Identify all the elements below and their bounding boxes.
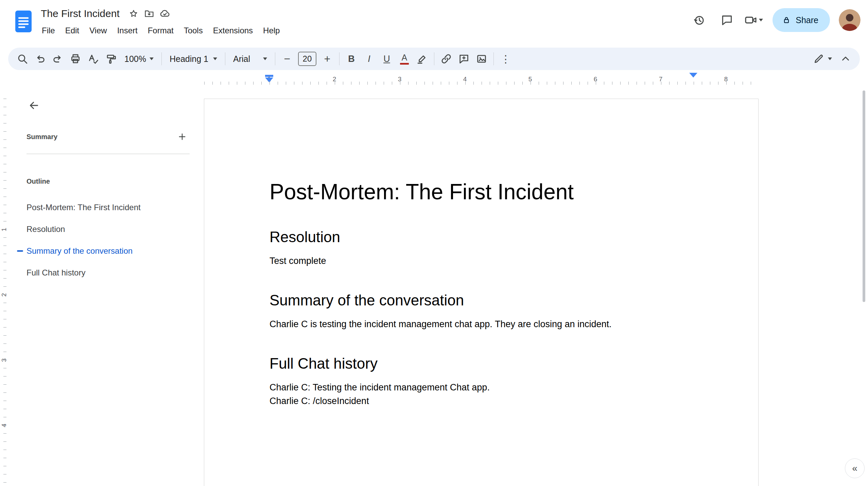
editing-mode-caret-icon: [828, 57, 832, 60]
link-icon: [440, 53, 452, 65]
account-avatar[interactable]: [839, 9, 861, 31]
menu-extensions[interactable]: Extensions: [208, 23, 258, 38]
side-panel-toggle-button[interactable]: «: [845, 458, 865, 478]
text-color-button[interactable]: A: [396, 50, 413, 68]
insert-image-button[interactable]: [473, 50, 490, 68]
move-to-folder-button[interactable]: [141, 6, 157, 21]
comment-icon: [721, 14, 733, 27]
paint-format-icon: [105, 53, 117, 65]
menu-tools[interactable]: Tools: [179, 23, 208, 38]
outline-item[interactable]: Post-Mortem: The First Incident: [0, 197, 198, 218]
outline-item[interactable]: Full Chat history: [0, 262, 198, 284]
star-button[interactable]: [126, 6, 141, 21]
ruler-label: 4: [463, 76, 467, 83]
summary-divider: [27, 154, 190, 154]
doc-paragraph[interactable]: Test complete: [270, 254, 693, 268]
ruler-label: 3: [398, 76, 402, 83]
menu-format[interactable]: Format: [143, 23, 179, 38]
document-content[interactable]: Post-Mortem: The First Incident Resoluti…: [204, 99, 758, 408]
toolbar-divider: [275, 52, 275, 65]
docs-icon: [15, 10, 32, 33]
active-dash-icon: [17, 250, 23, 252]
doc-paragraph[interactable]: Charlie C is testing the incident manage…: [270, 317, 693, 331]
font-family-select[interactable]: Arial: [228, 50, 272, 68]
decrease-font-size-button[interactable]: −: [278, 50, 296, 68]
add-summary-button[interactable]: [175, 129, 190, 144]
editing-mode-select[interactable]: [808, 50, 837, 68]
doc-heading-1[interactable]: Post-Mortem: The First Incident: [270, 179, 693, 204]
comments-button[interactable]: [716, 9, 738, 31]
italic-icon: I: [368, 54, 370, 64]
undo-button[interactable]: [31, 50, 49, 68]
ruler-label: 8: [724, 76, 728, 83]
menu-insert[interactable]: Insert: [112, 23, 143, 38]
outline-item-label: Post-Mortem: The First Incident: [27, 203, 141, 212]
spellcheck-icon: [87, 53, 99, 65]
google-docs-logo[interactable]: [15, 10, 32, 33]
zoom-select[interactable]: 100%: [120, 50, 158, 68]
bold-button[interactable]: B: [343, 50, 360, 68]
document-title[interactable]: The First Incident: [41, 8, 120, 19]
increase-font-size-button[interactable]: +: [318, 50, 336, 68]
zoom-caret-icon: [150, 57, 154, 60]
share-button[interactable]: Share: [772, 8, 830, 32]
document-status-button[interactable]: [157, 6, 173, 21]
search-menus-button[interactable]: [14, 50, 31, 68]
left-indent-triangle-icon: [265, 78, 273, 82]
videocam-icon: [744, 13, 758, 27]
underline-button[interactable]: U: [378, 50, 396, 68]
first-line-indent-marker[interactable]: [265, 75, 273, 77]
version-history-button[interactable]: [688, 9, 710, 31]
outline-item-active[interactable]: Summary of the conversation: [0, 240, 198, 262]
app-header: The First Incident File Edit View Insert…: [0, 0, 868, 45]
print-button[interactable]: [67, 50, 84, 68]
left-indent-marker[interactable]: [261, 75, 277, 82]
horizontal-ruler[interactable]: 1 2 3 4 5 6 7 8: [0, 74, 868, 87]
more-tools-button[interactable]: ⋮: [497, 50, 515, 68]
title-area: The First Incident: [41, 5, 173, 22]
outline-item[interactable]: Resolution: [0, 218, 198, 240]
print-icon: [70, 53, 81, 65]
spelling-grammar-button[interactable]: [84, 50, 102, 68]
doc-paragraph[interactable]: Charlie C: Testing the incident manageme…: [270, 381, 693, 394]
highlight-color-button[interactable]: [413, 50, 431, 68]
toolbar-divider: [339, 52, 340, 65]
font-size-input[interactable]: 20: [298, 52, 316, 66]
add-comment-button[interactable]: [455, 50, 473, 68]
paint-format-button[interactable]: [102, 50, 120, 68]
outline-list: Post-Mortem: The First Incident Resoluti…: [0, 197, 198, 284]
vertical-ruler[interactable]: 1 2 3 4: [0, 87, 9, 486]
document-page[interactable]: Post-Mortem: The First Incident Resoluti…: [204, 99, 759, 486]
menu-bar: File Edit View Insert Format Tools Exten…: [37, 23, 285, 38]
toolbar-divider: [493, 52, 494, 65]
doc-heading-chat-history[interactable]: Full Chat history: [270, 355, 693, 372]
doc-heading-resolution[interactable]: Resolution: [270, 228, 693, 246]
text-color-icon: A: [400, 53, 409, 65]
redo-button[interactable]: [49, 50, 67, 68]
zoom-value: 100%: [124, 54, 146, 64]
undo-icon: [34, 53, 46, 65]
toolbar-divider: [225, 52, 225, 65]
vertical-scrollbar[interactable]: [863, 90, 865, 302]
menu-edit[interactable]: Edit: [60, 23, 84, 38]
doc-paragraph[interactable]: Charlie C: /closeIncident: [270, 394, 693, 408]
toolbar-divider: [161, 52, 162, 65]
font-caret-icon: [263, 57, 267, 60]
menu-file[interactable]: File: [37, 23, 60, 38]
italic-button[interactable]: I: [360, 50, 378, 68]
insert-link-button[interactable]: [437, 50, 455, 68]
ruler-label: 4: [0, 422, 8, 429]
join-call-button[interactable]: [744, 13, 763, 27]
menu-view[interactable]: View: [84, 23, 112, 38]
image-icon: [476, 53, 487, 65]
paragraph-style-select[interactable]: Heading 1: [165, 50, 222, 68]
right-indent-triangle-icon: [689, 73, 697, 83]
style-caret-icon: [213, 57, 217, 60]
doc-heading-summary[interactable]: Summary of the conversation: [270, 291, 693, 309]
lock-icon: [782, 16, 791, 24]
font-family-value: Arial: [233, 54, 260, 64]
close-outline-button[interactable]: [24, 96, 44, 115]
menu-help[interactable]: Help: [258, 23, 285, 38]
right-indent-marker[interactable]: [689, 78, 697, 84]
hide-menus-button[interactable]: [837, 50, 854, 68]
